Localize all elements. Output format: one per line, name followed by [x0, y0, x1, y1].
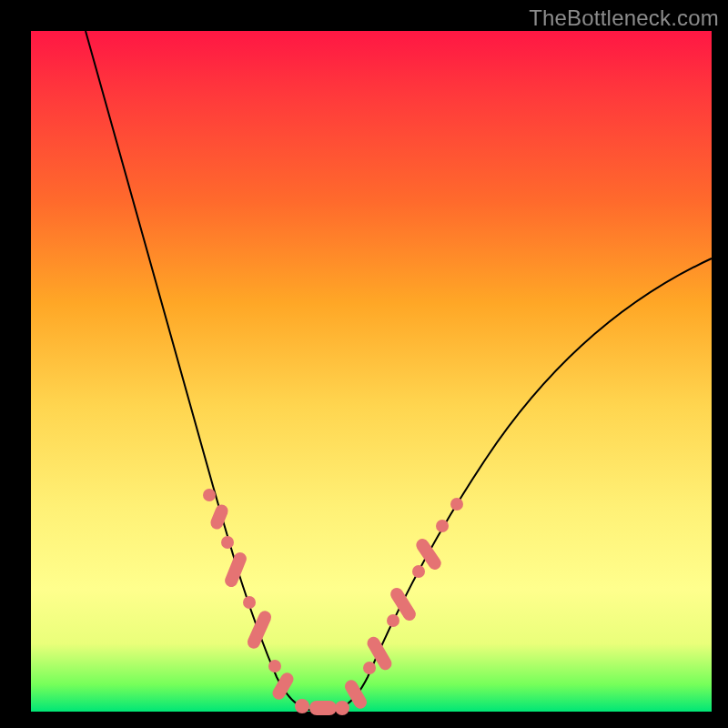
plot-area — [31, 31, 712, 712]
highlight-pill — [246, 609, 274, 651]
highlight-dot — [335, 701, 349, 715]
highlight-pill — [208, 502, 229, 531]
watermark-text: TheBottleneck.com — [529, 5, 719, 31]
highlight-dot — [436, 520, 449, 532]
highlight-dot — [450, 498, 463, 511]
highlight-pill — [309, 701, 337, 715]
highlight-dot — [268, 660, 281, 672]
bottleneck-curve — [86, 31, 712, 712]
highlight-pill — [223, 551, 248, 589]
highlight-dot — [387, 614, 399, 627]
highlight-dot — [363, 662, 376, 674]
highlight-dot — [203, 489, 216, 501]
chart-frame: TheBottleneck.com — [0, 0, 728, 728]
highlight-dot — [295, 699, 309, 713]
highlight-dot — [221, 536, 234, 549]
bottleneck-curve-svg — [31, 31, 712, 712]
highlight-pill — [270, 671, 296, 703]
highlight-dot — [243, 596, 256, 609]
highlight-dot — [412, 565, 425, 578]
